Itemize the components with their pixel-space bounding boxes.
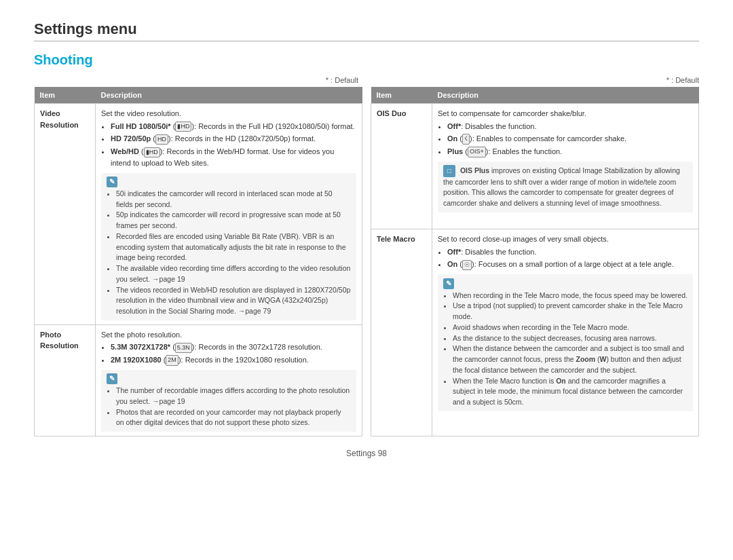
table-row: OIS Duo Set to compensate for camcorder … [371,104,699,229]
video-resolution-desc: Set the video resolution. Full HD 1080/5… [96,104,362,325]
footer: Settings 98 [34,449,699,458]
section-heading: Shooting [34,52,699,68]
title-divider [34,41,699,41]
right-header-description: Description [432,87,699,104]
tele-macro-item: Tele Macro [371,229,432,436]
table-row: PhotoResolution Set the photo resolution… [35,324,362,436]
ois-icon: □ [443,165,455,177]
left-header-description: Description [96,87,362,104]
right-header-item: Item [371,87,432,104]
table-row: VideoResolution Set the video resolution… [35,104,362,325]
video-resolution-item: VideoResolution [35,104,96,325]
tele-macro-desc: Set to record close-up images of very sm… [432,229,699,436]
note-icon-1: ✎ [107,176,117,187]
left-table: Item Description VideoResolution Set the… [34,87,362,436]
ois-duo-item: OIS Duo [371,104,432,229]
tables-wrapper: Item Description VideoResolution Set the… [34,87,699,436]
default-label-right: * : Default [375,76,699,84]
photo-resolution-desc: Set the photo resolution. 5.3M 3072X1728… [96,324,362,436]
right-table: Item Description OIS Duo Set to compensa… [371,87,699,436]
table-row: Tele Macro Set to record close-up images… [371,229,699,436]
ois-duo-desc: Set to compensate for camcorder shake/bl… [432,104,699,229]
photo-resolution-item: PhotoResolution [35,324,96,436]
note-icon-2: ✎ [107,373,117,384]
default-label-left: * : Default [34,76,358,84]
note-icon-3: ✎ [443,278,454,289]
left-header-item: Item [35,87,96,104]
page-title: Settings menu [34,20,699,38]
